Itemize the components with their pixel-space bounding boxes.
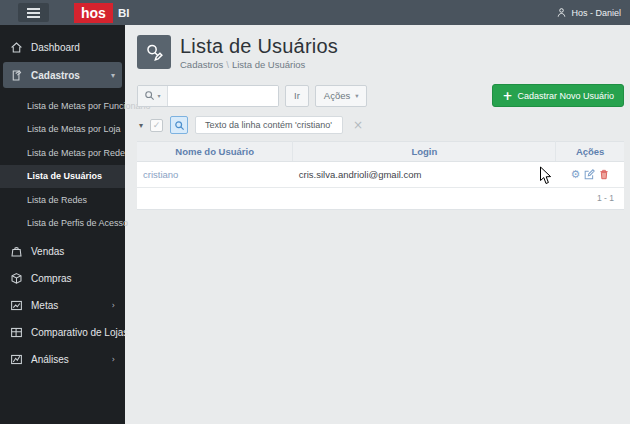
go-button[interactable]: Ir: [285, 85, 309, 107]
box-icon: [10, 272, 23, 285]
chart-line-icon: [10, 299, 23, 312]
compare-table-icon: [10, 326, 23, 339]
chart-area-icon: [10, 353, 23, 366]
user-icon: [556, 7, 567, 18]
users-table: Nome do Usuário Login Ações cristiano cr…: [137, 141, 624, 188]
breadcrumb-current: Lista de Usuários: [232, 59, 305, 70]
filter-row: ▾ ✓ Texto da linha contém 'cristiano' ×: [139, 116, 624, 134]
search-input[interactable]: [168, 86, 278, 106]
actions-menu-button[interactable]: Ações ▾: [315, 85, 368, 107]
filter-chip[interactable]: Texto da linha contém 'cristiano': [195, 116, 343, 134]
column-header-login[interactable]: Login: [293, 142, 556, 162]
breadcrumb-cadastros[interactable]: Cadastros: [180, 59, 223, 70]
filter-type-button[interactable]: [170, 116, 188, 134]
cell-acoes: ⚙: [556, 162, 624, 188]
search-icon: [144, 90, 155, 101]
chevron-down-icon: ▾: [111, 71, 115, 80]
sidebar-item-lista-metas-loja[interactable]: Lista de Metas por Loja: [0, 118, 125, 142]
sidebar-item-analises[interactable]: Análises ›: [0, 346, 125, 373]
column-header-acoes[interactable]: Ações: [556, 142, 624, 162]
table-header-row: Nome do Usuário Login Ações: [137, 142, 624, 162]
sidebar-item-vendas[interactable]: Vendas: [0, 238, 125, 265]
chevron-down-icon: ▾: [157, 92, 160, 99]
hamburger-icon: [27, 8, 40, 10]
hamburger-menu-button[interactable]: [18, 3, 49, 22]
page-title: Lista de Usuários: [180, 35, 338, 57]
chevron-down-icon: ▾: [355, 92, 358, 100]
search-options-button[interactable]: ▾: [138, 86, 168, 106]
pagination-label: 1 - 1: [137, 188, 624, 209]
sidebar-item-lista-metas-rede[interactable]: Lista de Metas por Rede: [0, 141, 125, 165]
gear-icon[interactable]: ⚙: [570, 169, 580, 180]
page-header: Lista de Usuários Cadastros\Lista de Usu…: [125, 25, 630, 70]
sidebar-item-compras[interactable]: Compras: [0, 265, 125, 292]
sidebar-item-dashboard[interactable]: Dashboard: [0, 34, 125, 61]
breadcrumb-separator: \: [226, 59, 229, 70]
check-icon: ✓: [153, 121, 161, 130]
search-edit-icon: [145, 43, 164, 62]
remove-filter-icon[interactable]: ×: [353, 118, 363, 132]
sidebar-item-metas[interactable]: Metas ›: [0, 292, 125, 319]
trash-icon[interactable]: [599, 169, 609, 180]
user-menu[interactable]: Hos - Daniel: [556, 7, 621, 18]
title-block: Lista de Usuários Cadastros\Lista de Usu…: [180, 35, 338, 70]
sidebar-item-cadastros[interactable]: Cadastros ▾: [3, 62, 122, 88]
column-header-nome[interactable]: Nome do Usuário: [137, 142, 293, 162]
sidebar-item-lista-metas-funcionario[interactable]: Lista de Metas por Funcionário: [0, 94, 125, 118]
plus-icon: +: [502, 91, 512, 101]
home-icon: [10, 41, 23, 54]
cell-nome: cristiano: [137, 162, 293, 188]
sidebar-item-comparativo-lojas[interactable]: Comparativo de Lojas: [0, 319, 125, 346]
chevron-right-icon: ›: [112, 301, 115, 310]
cell-login: cris.silva.andrioli@gmail.com: [293, 162, 556, 188]
filter-enabled-checkbox[interactable]: ✓: [150, 119, 163, 132]
topbar: hos BI Hos - Daniel: [0, 0, 630, 25]
shopping-bag-icon: [10, 245, 23, 258]
app-logo[interactable]: hos BI: [74, 3, 129, 23]
logo-bi: BI: [118, 7, 130, 19]
sidebar-item-lista-perfis[interactable]: Lista de Perfis de Acesso: [0, 212, 125, 236]
breadcrumb: Cadastros\Lista de Usuários: [180, 59, 338, 70]
chevron-right-icon: ›: [112, 355, 115, 364]
sidebar-item-lista-usuarios[interactable]: Lista de Usuários: [0, 165, 125, 189]
edit-icon[interactable]: [584, 169, 595, 180]
main-content: Lista de Usuários Cadastros\Lista de Usu…: [125, 25, 630, 424]
logo-hos: hos: [74, 3, 113, 23]
report-toolbar: ▾ Ir Ações ▾ + Cadastrar Novo Usuário: [137, 84, 624, 107]
sidebar: Dashboard Cadastros ▾ Lista de Metas por…: [0, 25, 125, 424]
region-icon-box: [137, 35, 171, 69]
clipboard-icon: [10, 69, 23, 82]
sidebar-item-lista-redes[interactable]: Lista de Redes: [0, 188, 125, 212]
search-group: ▾: [137, 85, 279, 107]
search-icon: [174, 120, 185, 131]
table-row: cristiano cris.silva.andrioli@gmail.com …: [137, 162, 624, 188]
users-report: Nome do Usuário Login Ações cristiano cr…: [137, 141, 624, 210]
user-label: Hos - Daniel: [571, 8, 621, 18]
cadastros-submenu: Lista de Metas por Funcionário Lista de …: [0, 89, 125, 238]
create-user-button[interactable]: + Cadastrar Novo Usuário: [492, 84, 624, 107]
collapse-triangle-icon[interactable]: ▾: [139, 121, 143, 130]
